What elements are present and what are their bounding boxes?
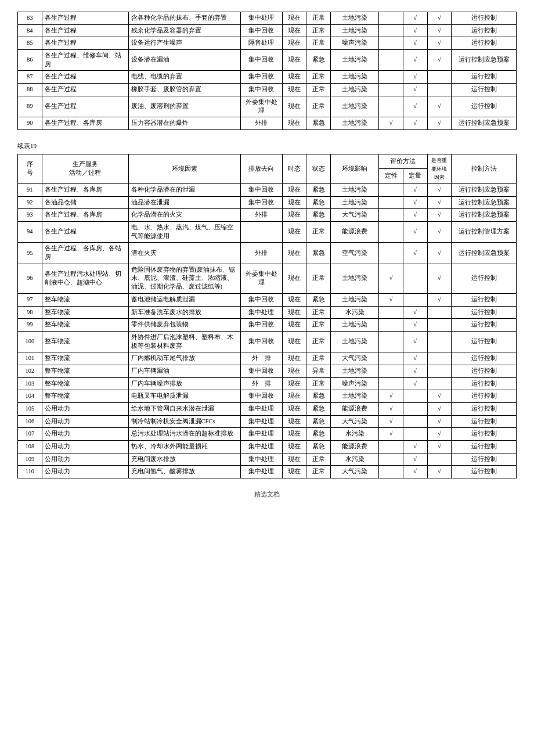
control-84: 运行控制 — [452, 24, 517, 37]
time-109: 现在 — [282, 453, 306, 466]
table-row: 83 各生产过程 含各种化学品的抹布、手套的弃置 集中处理 现在 正常 土地污染… — [18, 12, 517, 25]
process-107: 公用动力 — [42, 428, 128, 441]
status-86: 紧急 — [306, 50, 331, 71]
time-87: 现在 — [282, 71, 306, 84]
impact-97: 土地污染 — [330, 293, 378, 306]
process-99: 整车物流 — [42, 319, 128, 332]
env-factor-107: 总污水处理站污水潜在的超标准排放 — [128, 428, 241, 441]
impact-89: 土地污染 — [330, 96, 378, 117]
env-flag-106: √ — [427, 415, 452, 428]
qual-91 — [379, 183, 403, 196]
table-row: 86 各生产过程、维修车间、站房 设备潜在漏油 集中回收 现在 紧急 土地污染 … — [18, 50, 517, 71]
qual-106: √ — [379, 415, 403, 428]
time-98: 现在 — [282, 306, 306, 319]
header-time: 时态 — [282, 154, 306, 183]
time-105: 现在 — [282, 403, 306, 416]
quant-89: √ — [403, 96, 427, 117]
page-footer: 精选文档 — [17, 490, 517, 499]
process-93: 各生产过程、各库房 — [42, 209, 128, 222]
seq-108: 108 — [18, 441, 42, 453]
table-row: 108 公用动力 热水、冷却水外网能量损耗 集中处理 现在 紧急 能源浪费 √ … — [18, 441, 517, 453]
process-102: 整车物流 — [42, 365, 128, 377]
time-84: 现在 — [282, 24, 306, 37]
env-factor-103: 厂内车辆噪声排放 — [128, 377, 241, 390]
status-93: 紧急 — [306, 209, 331, 222]
seq-101: 101 — [18, 352, 42, 365]
env-flag-84: √ — [427, 24, 452, 37]
impact-87: 土地污染 — [330, 71, 378, 84]
env-factor-99: 零件供储废弃包装物 — [128, 319, 241, 332]
quant-110: √ — [403, 466, 427, 478]
process-96: 各生产过程污水处理站、切削液中心、超滤中心 — [42, 264, 128, 293]
discharge-89: 外委集中处理 — [241, 96, 282, 117]
seq-91: 91 — [18, 183, 42, 196]
table-row: 103 整车物流 厂内车辆噪声排放 外 排 现在 正常 噪声污染 √ 运行控制 — [18, 377, 517, 390]
env-factor-86: 设备潜在漏油 — [128, 50, 241, 71]
process-91: 各生产过程、各库房 — [42, 183, 128, 196]
env-factor-106: 制冷站制冷机安全阀泄漏CFCs — [128, 415, 241, 428]
time-88: 现在 — [282, 84, 306, 96]
env-flag-83: √ — [427, 12, 452, 25]
env-flag-99 — [427, 319, 452, 332]
impact-96: 土地污染 — [330, 264, 378, 293]
time-104: 现在 — [282, 390, 306, 403]
seq-87: 87 — [18, 71, 42, 84]
discharge-90: 外排 — [241, 117, 282, 130]
env-factor-97: 蓄电池储运电解质泄漏 — [128, 293, 241, 306]
control-86: 运行控制应急预案 — [452, 50, 517, 71]
quant-93: √ — [403, 209, 427, 222]
env-factor-105: 给水地下管网自来水潜在泄漏 — [128, 403, 241, 416]
env-factor-104: 电瓶叉车电解质泄漏 — [128, 390, 241, 403]
process-94: 各生产过程 — [42, 222, 128, 243]
discharge-107: 集中处理 — [241, 428, 282, 441]
impact-95: 空气污染 — [330, 243, 378, 264]
seq-104: 104 — [18, 390, 42, 403]
impact-83: 土地污染 — [330, 12, 378, 25]
time-86: 现在 — [282, 50, 306, 71]
control-95: 运行控制应急预案 — [452, 243, 517, 264]
impact-94: 能源浪费 — [330, 222, 378, 243]
env-flag-88 — [427, 84, 452, 96]
env-factor-109: 充电间废水排放 — [128, 453, 241, 466]
seq-96: 96 — [18, 264, 42, 293]
env-factor-84: 残余化学品及容器的弃置 — [128, 24, 241, 37]
seq-107: 107 — [18, 428, 42, 441]
status-104: 紧急 — [306, 390, 331, 403]
status-98: 正常 — [306, 306, 331, 319]
quant-84: √ — [403, 24, 427, 37]
table-1: 83 各生产过程 含各种化学品的抹布、手套的弃置 集中处理 现在 正常 土地污染… — [17, 12, 517, 130]
header-env-flag: 是否重要环境因素 — [427, 154, 452, 183]
seq-103: 103 — [18, 377, 42, 390]
impact-84: 土地污染 — [330, 24, 378, 37]
time-102: 现在 — [282, 365, 306, 377]
env-flag-101 — [427, 352, 452, 365]
seq-84: 84 — [18, 24, 42, 37]
status-88: 正常 — [306, 84, 331, 96]
quant-101: √ — [403, 352, 427, 365]
status-84: 正常 — [306, 24, 331, 37]
process-110: 公用动力 — [42, 466, 128, 478]
table-row: 110 公用动力 充电间氢气、酸雾排放 集中处理 现在 正常 大气污染 √ √ … — [18, 466, 517, 478]
header-control: 控制方法 — [452, 154, 517, 183]
time-97: 现在 — [282, 293, 306, 306]
env-factor-108: 热水、冷却水外网能量损耗 — [128, 441, 241, 453]
env-factor-101: 厂内燃机动车尾气排放 — [128, 352, 241, 365]
table-row: 98 整车物流 新车准备洗车废水的排放 集中处理 现在 正常 水污染 √ 运行控… — [18, 306, 517, 319]
seq-95: 95 — [18, 243, 42, 264]
seq-110: 110 — [18, 466, 42, 478]
quant-107 — [403, 428, 427, 441]
header-discharge: 排放去向 — [241, 154, 282, 183]
control-99: 运行控制 — [452, 319, 517, 332]
time-93: 现在 — [282, 209, 306, 222]
control-96: 运行控制 — [452, 264, 517, 293]
table-row: 97 整车物流 蓄电池储运电解质泄漏 集中回收 现在 紧急 土地污染 √ √ 运… — [18, 293, 517, 306]
time-89: 现在 — [282, 96, 306, 117]
env-flag-94: √ — [427, 222, 452, 243]
process-85: 各生产过程 — [42, 37, 128, 50]
discharge-87: 集中回收 — [241, 71, 282, 84]
qual-84 — [379, 24, 403, 37]
discharge-91: 集中回收 — [241, 183, 282, 196]
discharge-99: 集中回收 — [241, 319, 282, 332]
impact-109: 水污染 — [330, 453, 378, 466]
env-flag-104: √ — [427, 390, 452, 403]
